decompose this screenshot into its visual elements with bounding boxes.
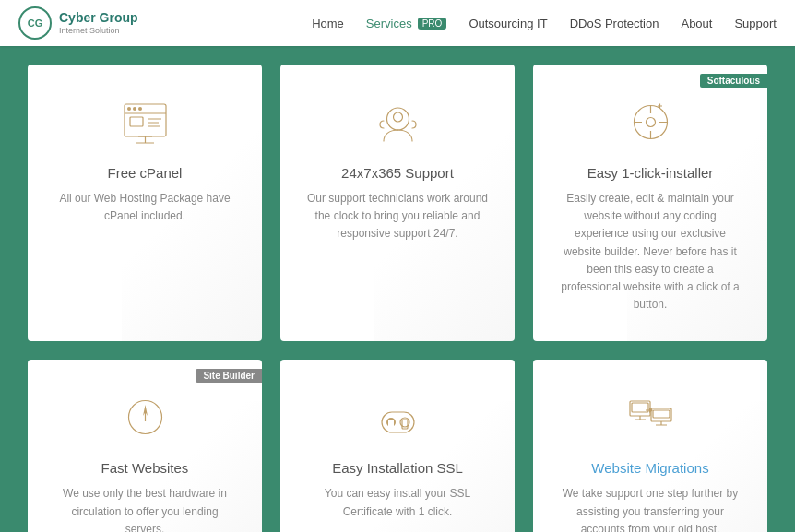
logo-subtitle: Internet Solution [59,26,138,35]
svg-rect-5 [130,117,143,126]
nav-ddos[interactable]: DDoS Protection [570,17,659,30]
sitebuilder-badge: Site Builder [196,369,262,383]
svg-point-2 [127,107,131,111]
nav-outsourcing[interactable]: Outsourcing IT [469,17,547,30]
card-fast: Site Builder Fast Websites We use only t… [28,360,262,532]
migration-title: Website Migrations [591,460,708,476]
support-icon [368,92,428,152]
fast-desc: We use only the best hardware in circula… [51,485,239,532]
logo[interactable]: CG Cyber Group Internet Solution [18,6,166,40]
svg-rect-35 [653,410,670,418]
logo-circle: CG [18,6,52,40]
svg-point-19 [646,118,655,127]
support-desc: Our support technicians work around the … [303,190,492,243]
installer-title: Easy 1-click-installer [587,165,714,181]
nav-about[interactable]: About [681,17,712,30]
nav-support[interactable]: Support [734,17,777,30]
card-migration: Website Migrations We take support one s… [533,360,767,532]
svg-point-12 [386,108,409,130]
cpanel-title: Free cPanel [108,165,183,181]
nav-pro-badge[interactable]: PRO [418,18,447,30]
softaculous-badge: Softaculous [700,74,767,88]
ssl-icon [368,387,428,447]
svg-point-13 [393,112,402,122]
ssl-desc: You can easy install your SSL Certificat… [303,485,492,520]
main-content: Free cPanel All our Web Hosting Package … [0,46,795,532]
logo-text: Cyber Group Internet Solution [59,11,138,34]
cpanel-desc: All our Web Hosting Package have cPanel … [51,190,239,225]
support-title: 24x7x365 Support [341,165,454,181]
card-ssl: Easy Installation SSL You can easy insta… [280,360,515,532]
ssl-title: Easy Installation SSL [332,460,463,476]
fast-title: Fast Websites [101,460,189,476]
migration-icon [621,387,681,447]
card-cpanel: Free cPanel All our Web Hosting Package … [28,65,262,341]
nav-home[interactable]: Home [312,17,344,30]
svg-point-4 [138,107,142,111]
card-installer: Softaculous Easy 1-click-installer Easil… [533,65,767,341]
cpanel-icon [115,92,175,152]
fast-icon [115,387,175,447]
installer-desc: Easily create, edit & maintain your webs… [556,190,744,313]
card-support: 24x7x365 Support Our support technicians… [280,65,515,341]
logo-title: Cyber Group [59,11,138,25]
nav-services[interactable]: Services [366,17,412,30]
features-grid: Free cPanel All our Web Hosting Package … [28,65,767,532]
svg-point-3 [133,107,136,111]
installer-icon [621,92,681,152]
migration-desc: We take support one step further by assi… [556,485,744,532]
svg-rect-27 [388,420,394,429]
main-nav: Home Services PRO Outsourcing IT DDoS Pr… [312,17,777,30]
header: CG Cyber Group Internet Solution Home Se… [0,0,795,46]
